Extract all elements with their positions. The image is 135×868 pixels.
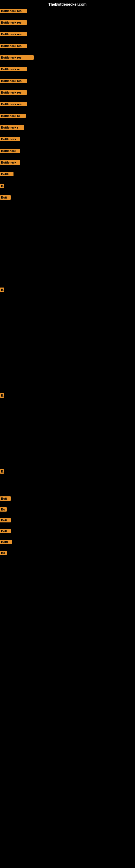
bottleneck-badge[interactable]: B [0,469,4,474]
bottleneck-badge[interactable]: B [0,287,4,292]
bottleneck-badge[interactable]: Bottleneck [0,137,20,141]
bottleneck-badge[interactable]: Bottleneck res [0,32,27,36]
bottleneck-badge[interactable]: Bottleneck re [0,114,26,118]
bottleneck-badge[interactable]: Bottleneck res [0,102,27,106]
bottleneck-badge[interactable]: B [0,393,4,398]
bottleneck-badge[interactable]: Bottleneck res [0,44,27,48]
bottleneck-badge[interactable]: Bott [0,496,11,501]
bottleneck-badge[interactable]: Bo [0,507,7,512]
bottleneck-badge[interactable]: Bottl [0,540,12,544]
bottleneck-badge[interactable]: Bottleneck res [0,90,27,95]
bottleneck-badge[interactable]: Bott [0,529,11,533]
bottleneck-badge[interactable]: Bottleneck r [0,125,24,130]
bottleneck-badge[interactable]: Bottleneck res [0,55,34,60]
site-title: TheBottlenecker.com [48,2,87,6]
bottleneck-badge[interactable]: Bottle [0,172,13,176]
bottleneck-badge[interactable]: B [0,184,4,188]
bottleneck-badge[interactable]: Bo [0,551,7,555]
bottleneck-badge[interactable]: Bottleneck res [0,9,27,13]
bottleneck-badge[interactable]: Bottleneck [0,149,20,153]
bottleneck-badge[interactable]: Bott [0,195,11,199]
bottleneck-badge[interactable]: Bott [0,518,11,522]
bottleneck-badge[interactable]: Bottleneck [0,160,20,165]
bottleneck-badge[interactable]: Bottleneck res [0,79,27,83]
bottleneck-badge[interactable]: Bottleneck re [0,67,27,71]
bottleneck-badge[interactable]: Bottleneck res [0,20,27,25]
